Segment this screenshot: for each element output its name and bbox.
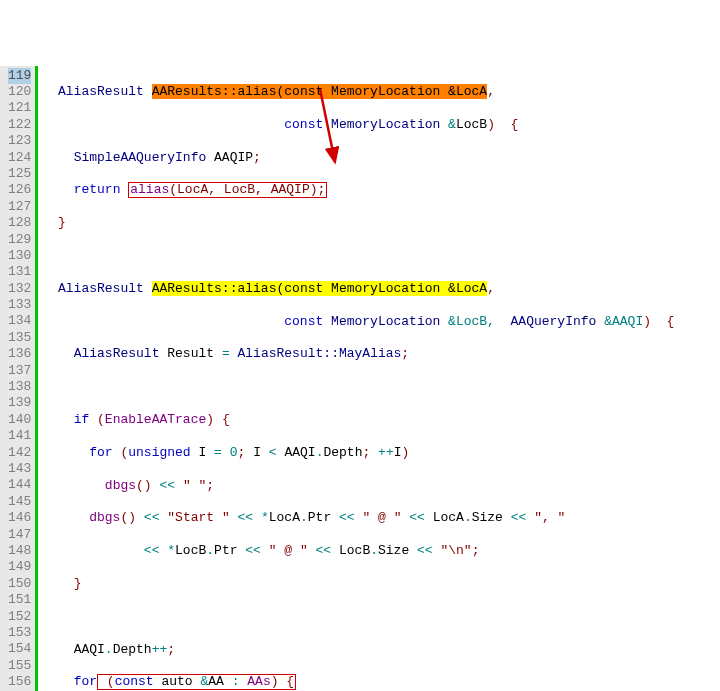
line-number: 128 [8,215,31,231]
line-number: 126 [8,182,31,198]
line-number: 130 [8,248,31,264]
line-number: 151 [8,592,31,608]
line-number: 146 [8,510,31,526]
line-number: 144 [8,477,31,493]
line-number: 124 [8,150,31,166]
line-number: 147 [8,527,31,543]
line-number: 138 [8,379,31,395]
line-number: 120 [8,84,31,100]
code-line: if (EnableAATrace) { [42,412,674,428]
line-number: 122 [8,117,31,133]
line-number: 131 [8,264,31,280]
highlight-yellow: AAResults::alias(const MemoryLocation &L… [152,281,487,296]
code-line: for (const auto &AA : AAs) { [42,674,674,690]
line-number: 134 [8,313,31,329]
code-line: } [42,576,674,592]
line-number: 156 [8,674,31,690]
line-number: 150 [8,576,31,592]
boxed-call-1: alias(LocA, LocB, AAQIP); [128,182,327,198]
line-number: 136 [8,346,31,362]
code-line [42,379,674,395]
line-number: 152 [8,609,31,625]
code-line: dbgs() << " "; [42,478,674,494]
line-number: 129 [8,232,31,248]
code-line: } [42,215,674,231]
code-line: dbgs() << "Start " << *LocA.Ptr << " @ "… [42,510,674,526]
code-line: const MemoryLocation &LocB, AAQueryInfo … [42,314,674,330]
code-area[interactable]: AliasResult AAResults::alias(const Memor… [38,66,674,691]
line-number: 140 [8,412,31,428]
line-number: 141 [8,428,31,444]
code-line: << *LocB.Ptr << " @ " << LocB.Size << "\… [42,543,674,559]
line-number: 132 [8,281,31,297]
code-line: SimpleAAQueryInfo AAQIP; [42,150,674,166]
code-line: AAQI.Depth++; [42,642,674,658]
line-number: 149 [8,559,31,575]
line-number: 133 [8,297,31,313]
line-number: 139 [8,395,31,411]
line-number: 119 [8,68,31,84]
line-number: 135 [8,330,31,346]
line-number: 153 [8,625,31,641]
code-line: AliasResult AAResults::alias(const Memor… [42,281,674,297]
code-line [42,248,674,264]
line-number: 145 [8,494,31,510]
line-number: 143 [8,461,31,477]
boxed-for-range: (const auto &AA : AAs) { [97,674,296,690]
line-number: 127 [8,199,31,215]
code-line: AliasResult AAResults::alias(const Memor… [42,84,674,100]
line-number: 121 [8,100,31,116]
code-line: for (unsigned I = 0; I < AAQI.Depth; ++I… [42,445,674,461]
code-line: return alias(LocA, LocB, AAQIP); [42,182,674,198]
code-line: const MemoryLocation &LocB) { [42,117,674,133]
line-number: 123 [8,133,31,149]
line-gutter: 1191201211221231241251261271281291301311… [0,66,38,691]
code-line [42,609,674,625]
highlight-orange: AAResults::alias(const MemoryLocation &L… [152,84,487,99]
line-number: 137 [8,363,31,379]
line-number: 142 [8,445,31,461]
line-number: 148 [8,543,31,559]
code-line: AliasResult Result = AliasResult::MayAli… [42,346,674,362]
code-editor[interactable]: 1191201211221231241251261271281291301311… [0,66,720,691]
line-number: 155 [8,658,31,674]
line-number: 154 [8,641,31,657]
line-number: 125 [8,166,31,182]
